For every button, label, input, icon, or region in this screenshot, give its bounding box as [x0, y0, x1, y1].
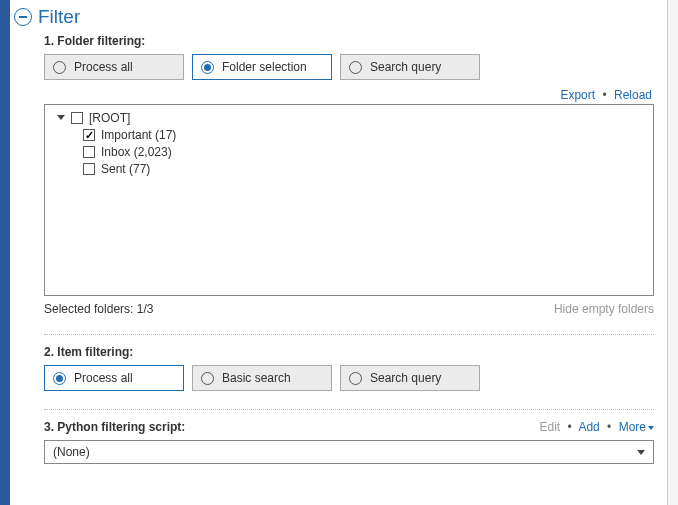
selected-folders-status: Selected folders: 1/3: [44, 302, 153, 316]
folder-label: Inbox (2,023): [101, 145, 172, 159]
more-link-label: More: [619, 420, 646, 434]
process-all-radio[interactable]: Process all: [44, 54, 184, 80]
hide-empty-folders-link[interactable]: Hide empty folders: [554, 302, 654, 316]
radio-icon: [53, 61, 66, 74]
export-link[interactable]: Export: [560, 88, 595, 102]
tree-root-row[interactable]: [ROOT]: [51, 109, 647, 126]
folder-selection-radio[interactable]: Folder selection: [192, 54, 332, 80]
folder-label: Sent (77): [101, 162, 150, 176]
folder-tree-status-row: Selected folders: 1/3 Hide empty folders: [44, 302, 654, 316]
folder-filtering-options: Process all Folder selection Search quer…: [44, 54, 654, 80]
expand-collapse-icon[interactable]: [57, 115, 65, 120]
item-filtering-options: Process all Basic search Search query: [44, 365, 654, 391]
tree-item-inbox[interactable]: Inbox (2,023): [51, 143, 647, 160]
item-search-query-radio[interactable]: Search query: [340, 365, 480, 391]
edit-link-disabled: Edit: [540, 420, 561, 434]
radio-label: Folder selection: [222, 60, 307, 74]
radio-label: Basic search: [222, 371, 291, 385]
chevron-down-icon: [648, 426, 654, 430]
radio-icon: [201, 61, 214, 74]
folder-tree-links: Export • Reload: [44, 88, 654, 102]
divider: [44, 334, 654, 335]
folder-checkbox[interactable]: [83, 146, 95, 158]
item-filtering-label: 2. Item filtering:: [44, 345, 654, 359]
radio-label: Search query: [370, 371, 441, 385]
chevron-down-icon: [637, 450, 645, 455]
python-script-select[interactable]: (None): [44, 440, 654, 464]
collapse-icon[interactable]: [14, 8, 32, 26]
folder-checkbox[interactable]: [83, 163, 95, 175]
reload-link[interactable]: Reload: [614, 88, 652, 102]
radio-icon: [349, 61, 362, 74]
add-link[interactable]: Add: [578, 420, 599, 434]
python-script-value: (None): [53, 445, 90, 459]
search-query-radio[interactable]: Search query: [340, 54, 480, 80]
radio-label: Process all: [74, 371, 133, 385]
folder-checkbox[interactable]: [83, 129, 95, 141]
radio-icon: [53, 372, 66, 385]
radio-label: Process all: [74, 60, 133, 74]
radio-icon: [201, 372, 214, 385]
divider: [44, 409, 654, 410]
folder-filtering-label: 1. Folder filtering:: [44, 34, 654, 48]
basic-search-radio[interactable]: Basic search: [192, 365, 332, 391]
root-label: [ROOT]: [89, 111, 130, 125]
radio-label: Search query: [370, 60, 441, 74]
python-script-links: Edit • Add • More: [540, 420, 655, 434]
separator-dot: •: [603, 420, 615, 434]
tree-item-sent[interactable]: Sent (77): [51, 160, 647, 177]
tree-item-important[interactable]: Important (17): [51, 126, 647, 143]
separator-dot: •: [564, 420, 576, 434]
folder-tree[interactable]: [ROOT] Important (17) Inbox (2,023) Sent…: [44, 104, 654, 296]
radio-icon: [349, 372, 362, 385]
filter-title: Filter: [38, 6, 80, 28]
python-script-label: 3. Python filtering script:: [44, 420, 185, 434]
item-process-all-radio[interactable]: Process all: [44, 365, 184, 391]
root-checkbox[interactable]: [71, 112, 83, 124]
folder-label: Important (17): [101, 128, 176, 142]
filter-section-header[interactable]: Filter: [14, 4, 678, 34]
left-accent-rail: [0, 0, 10, 505]
separator-dot: •: [598, 88, 610, 102]
more-link[interactable]: More: [619, 420, 654, 434]
